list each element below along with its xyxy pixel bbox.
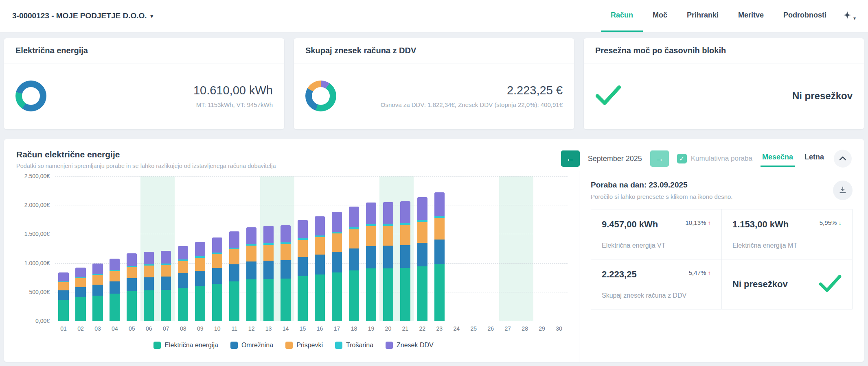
y-axis-label: 2.500,00€ [16, 173, 50, 179]
chart-bar-day-02[interactable] [72, 176, 89, 321]
stat-value: 9.457,00 kWh [602, 219, 658, 230]
check-icon: ✓ [679, 155, 684, 163]
x-axis-label: 24 [448, 325, 465, 332]
cumulative-checkbox[interactable]: ✓ [677, 154, 687, 163]
chart-bar-day-01[interactable] [55, 176, 72, 321]
chart-bar-day-16[interactable] [311, 176, 329, 321]
collapse-panel-button[interactable] [834, 150, 852, 168]
invoice-donut-icon [305, 81, 336, 111]
chart-bar-day-07[interactable] [158, 176, 175, 321]
chart-bar-day-18[interactable] [345, 176, 362, 321]
nav-tab-moc[interactable]: Moč [643, 0, 677, 32]
apps-menu-button[interactable]: ▾ [843, 11, 856, 21]
bar-segment-Prispevki [195, 258, 205, 271]
chart-bar-day-19[interactable] [362, 176, 379, 321]
legend-swatch [386, 342, 393, 349]
chart-bar-day-08[interactable] [175, 176, 192, 321]
bar-segment-Omrežnina [400, 245, 410, 268]
x-axis-label: 23 [431, 325, 448, 332]
chart-bar-day-20[interactable] [379, 176, 397, 321]
chart-bar-day-13[interactable] [260, 176, 277, 321]
chart-bar-day-12[interactable] [243, 176, 260, 321]
bar-segment-Električna energija [383, 268, 393, 321]
bar-segment-Prispevki [400, 225, 410, 245]
chart-bar-day-27[interactable] [499, 176, 516, 321]
bar-segment-Omrežnina [366, 246, 376, 269]
legend-label: Električna energija [164, 342, 218, 349]
company-selector[interactable]: 3-0000123 - MOJE PODJETJE D.O.O. ▾ [12, 11, 153, 20]
bar-stack [298, 176, 308, 321]
bar-segment-Električna energija [298, 276, 308, 321]
chart-bar-day-06[interactable] [140, 176, 158, 321]
chart-bar-day-30[interactable] [550, 176, 568, 321]
energy-subtext: MT: 1153kWh, VT: 9457kWh [193, 101, 273, 108]
next-month-button[interactable]: → [650, 150, 669, 167]
chart-bar-day-09[interactable] [192, 176, 209, 321]
bar-segment-Znesek DDV [178, 246, 188, 259]
bar-segment-Omrežnina [161, 277, 171, 290]
bar-segment-Električna energija [263, 279, 274, 321]
nav-tab-podrobnosti[interactable]: Podrobnosti [774, 0, 836, 32]
x-axis-label: 16 [311, 325, 329, 332]
chart-bar-day-23[interactable] [431, 176, 448, 321]
bar-segment-Električna energija [178, 288, 188, 321]
stacked-bar-chart: 0,00€500,00€1.000,00€1.500,00€2.000,00€2… [55, 176, 568, 321]
bar-segment-Omrežnina [263, 261, 274, 279]
chart-bar-day-05[interactable] [123, 176, 140, 321]
cumulative-checkbox-label: Kumulativna poraba [691, 155, 752, 163]
tab-yearly[interactable]: Letna [803, 150, 826, 167]
panel-title: Račun električne energije [16, 150, 276, 159]
x-axis-label: 29 [533, 325, 550, 332]
card-energy: Električna energija 10.610,00 kWh MT: 11… [4, 38, 284, 129]
tab-monthly[interactable]: Mesečna [761, 150, 795, 167]
download-report-button[interactable] [833, 181, 853, 200]
stat-delta: 5,95% ↓ [820, 219, 842, 226]
bar-segment-Omrežnina [110, 281, 120, 293]
bar-segment-Prispevki [263, 245, 274, 261]
bar-stack [127, 176, 137, 321]
cumulative-checkbox-row[interactable]: ✓ Kumulativna poraba [677, 154, 752, 163]
chart-bar-day-26[interactable] [482, 176, 499, 321]
chart-legend: Električna energijaOmrežninaPrispevkiTro… [16, 342, 571, 349]
chart-bar-day-21[interactable] [397, 176, 414, 321]
bar-segment-Omrežnina [332, 252, 342, 272]
nav-tab-racun[interactable]: Račun [601, 0, 643, 32]
x-axis-label: 17 [329, 325, 346, 332]
bar-segment-Električna energija [212, 284, 222, 321]
nav-tab-label: Moč [653, 11, 667, 20]
chart-bar-day-29[interactable] [533, 176, 550, 321]
nav-tab-prihranki[interactable]: Prihranki [677, 0, 728, 32]
stat-label: Električna energija VT [602, 242, 711, 249]
chart-bar-day-14[interactable] [277, 176, 294, 321]
nav-tab-meritve[interactable]: Meritve [728, 0, 774, 32]
chart-bar-day-10[interactable] [209, 176, 226, 321]
bar-segment-Omrežnina [127, 278, 137, 291]
bar-segment-Omrežnina [144, 277, 154, 291]
y-axis-label: 1.000,00€ [16, 260, 50, 266]
chart-bar-day-03[interactable] [89, 176, 106, 321]
chart-bar-day-22[interactable] [414, 176, 431, 321]
previous-month-button[interactable]: ← [561, 150, 580, 167]
bar-stack [315, 176, 325, 321]
bar-segment-Omrežnina [195, 271, 205, 286]
bar-segment-Električna energija [229, 281, 239, 321]
chart-bar-day-11[interactable] [226, 176, 243, 321]
bar-segment-Prispevki [434, 218, 445, 240]
bar-segment-Znesek DDV [434, 192, 445, 216]
bar-stack [110, 176, 120, 321]
chart-bar-day-25[interactable] [465, 176, 482, 321]
bar-stack [178, 176, 188, 321]
x-axis-label: 05 [123, 325, 140, 332]
chart-bar-day-04[interactable] [106, 176, 123, 321]
chart-bar-day-28[interactable] [516, 176, 533, 321]
y-axis-label: 2.000,00€ [16, 202, 50, 208]
bar-segment-Električna energija [417, 266, 427, 321]
bar-segment-Prispevki [332, 233, 342, 252]
chart-bar-day-17[interactable] [329, 176, 346, 321]
energy-donut-icon [15, 81, 46, 111]
y-axis-label: 500,00€ [16, 289, 50, 295]
bar-segment-Omrežnina [281, 260, 291, 279]
bar-segment-Prispevki [246, 246, 256, 261]
chart-bar-day-15[interactable] [294, 176, 311, 321]
chart-bar-day-24[interactable] [448, 176, 465, 321]
